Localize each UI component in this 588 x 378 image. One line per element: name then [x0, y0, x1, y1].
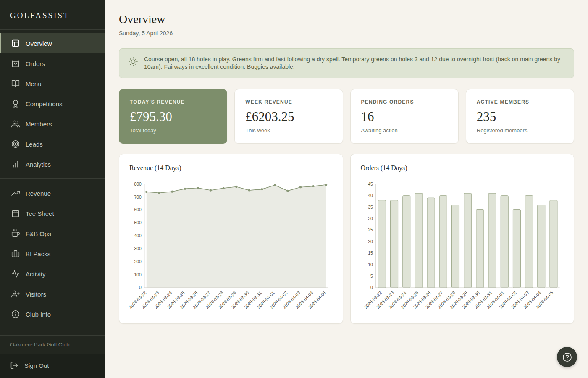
svg-text:0: 0 [139, 285, 142, 290]
award-icon [11, 100, 20, 108]
svg-text:15: 15 [368, 251, 373, 255]
bar-chart-icon [11, 160, 20, 168]
dashboard-icon [11, 39, 20, 47]
users-icon [11, 120, 20, 128]
page-title: Overview [119, 13, 574, 26]
help-button[interactable] [557, 347, 577, 367]
stat-subtext: This week [245, 127, 332, 134]
charts-row: Revenue (14 Days) 0100200300400500600700… [119, 154, 574, 324]
sidebar-item-visitors[interactable]: Visitors [0, 284, 105, 304]
svg-text:20: 20 [368, 239, 373, 244]
course-status-text: Course open, all 18 holes in play. Green… [144, 56, 564, 71]
sidebar-item-club-info[interactable]: Club Info [0, 304, 105, 324]
svg-text:30: 30 [368, 216, 373, 221]
sidebar-item-revenue[interactable]: Revenue [0, 183, 105, 203]
course-status-banner: Course open, all 18 holes in play. Green… [119, 48, 574, 78]
sidebar-item-competitions[interactable]: Competitions [0, 94, 105, 114]
sidebar-item-label: Tee Sheet [26, 210, 54, 217]
svg-text:400: 400 [134, 234, 142, 238]
svg-text:10: 10 [368, 262, 373, 267]
sidebar-divider [0, 178, 105, 179]
stat-value: 235 [477, 109, 563, 124]
info-icon [11, 310, 20, 318]
svg-text:0: 0 [370, 285, 373, 290]
orders-chart: 0510152025303540452026-03-222026-03-2320… [361, 174, 564, 319]
user-plus-icon [11, 290, 20, 298]
stat-card-week-revenue: WEEK REVENUE £6203.25 This week [234, 89, 343, 144]
sidebar-item-label: BI Packs [26, 250, 50, 257]
svg-text:100: 100 [134, 273, 142, 277]
sidebar-item-orders[interactable]: Orders [0, 53, 105, 74]
sidebar-item-label: Club Info [26, 311, 51, 318]
svg-text:200: 200 [134, 260, 142, 264]
book-open-icon [11, 79, 20, 88]
revenue-chart: 01002003004005006007008002026-03-222026-… [129, 174, 333, 319]
target-icon [11, 140, 20, 148]
orders-chart-card: Orders (14 Days) 0510152025303540452026-… [350, 154, 575, 324]
club-name: Oakmere Park Golf Club [0, 335, 105, 354]
svg-text:40: 40 [368, 193, 373, 198]
sun-icon [129, 57, 138, 66]
stat-subtext: Registered members [477, 127, 563, 134]
sidebar-item-tee-sheet[interactable]: Tee Sheet [0, 203, 105, 223]
stat-subtext: Awaiting action [361, 127, 448, 134]
stat-card-active-members: ACTIVE MEMBERS 235 Registered members [466, 89, 574, 144]
revenue-chart-title: Revenue (14 Days) [129, 164, 333, 172]
svg-text:500: 500 [134, 220, 142, 225]
stat-value: £6203.25 [245, 109, 332, 124]
sidebar-item-bi-packs[interactable]: BI Packs [0, 244, 105, 264]
svg-text:45: 45 [368, 182, 373, 186]
briefcase-icon [11, 249, 20, 258]
svg-text:5: 5 [370, 274, 373, 278]
activity-icon [11, 270, 20, 278]
svg-text:25: 25 [368, 228, 373, 232]
stat-subtext: Total today [130, 127, 216, 134]
sidebar-item-analytics[interactable]: Analytics [0, 154, 105, 174]
sidebar-item-label: Orders [26, 60, 45, 67]
stat-card-pending-orders: PENDING ORDERS 16 Awaiting action [350, 89, 459, 144]
sidebar-item-overview[interactable]: Overview [0, 33, 105, 53]
sidebar-item-label: Leads [26, 141, 43, 148]
sign-out-label: Sign Out [24, 362, 49, 369]
stat-value: £795.30 [130, 109, 216, 124]
sidebar-item-label: Overview [26, 40, 52, 47]
sidebar-item-members[interactable]: Members [0, 114, 105, 134]
app-logo: GOLFASSIST [0, 0, 105, 30]
sidebar-item-label: Visitors [26, 291, 46, 298]
help-circle-icon [562, 352, 572, 362]
sidebar-item-activity[interactable]: Activity [0, 264, 105, 284]
sidebar-nav: Overview Orders Menu Competitions Member… [0, 30, 105, 324]
calendar-icon [11, 209, 20, 218]
sidebar-item-label: Revenue [26, 190, 51, 197]
svg-text:800: 800 [134, 182, 142, 186]
stat-label: WEEK REVENUE [245, 99, 332, 105]
sidebar-item-leads[interactable]: Leads [0, 134, 105, 154]
sidebar-item-label: Activity [26, 270, 46, 278]
stat-label: PENDING ORDERS [361, 99, 448, 105]
stat-label: ACTIVE MEMBERS [477, 99, 563, 105]
sidebar-item-label: Menu [26, 80, 42, 87]
stats-row: TODAY'S REVENUE £795.30 Total today WEEK… [119, 89, 574, 144]
stat-label: TODAY'S REVENUE [130, 99, 216, 105]
sidebar-item-fb-ops[interactable]: F&B Ops [0, 223, 105, 244]
stat-card-todays-revenue: TODAY'S REVENUE £795.30 Total today [119, 89, 227, 144]
sidebar-item-label: Members [26, 121, 52, 128]
shopping-bag-icon [11, 59, 20, 68]
coffee-icon [11, 229, 20, 238]
stat-value: 16 [361, 109, 448, 124]
log-out-icon [10, 361, 18, 370]
page-date: Sunday, 5 April 2026 [119, 30, 574, 37]
sidebar-item-label: Analytics [26, 161, 51, 168]
sidebar-footer: Oakmere Park Golf Club Sign Out [0, 335, 105, 378]
trending-up-icon [11, 189, 20, 197]
revenue-chart-card: Revenue (14 Days) 0100200300400500600700… [119, 154, 343, 324]
sidebar: GOLFASSIST Overview Orders Menu Competit… [0, 0, 105, 378]
svg-text:700: 700 [134, 195, 142, 200]
svg-text:35: 35 [368, 205, 373, 210]
sidebar-item-label: F&B Ops [26, 230, 51, 237]
app-logo-text: GOLFASSIST [10, 11, 70, 20]
sign-out-button[interactable]: Sign Out [0, 354, 105, 378]
svg-text:600: 600 [134, 207, 142, 212]
sidebar-item-menu[interactable]: Menu [0, 74, 105, 94]
main-content: Overview Sunday, 5 April 2026 Course ope… [105, 0, 588, 378]
